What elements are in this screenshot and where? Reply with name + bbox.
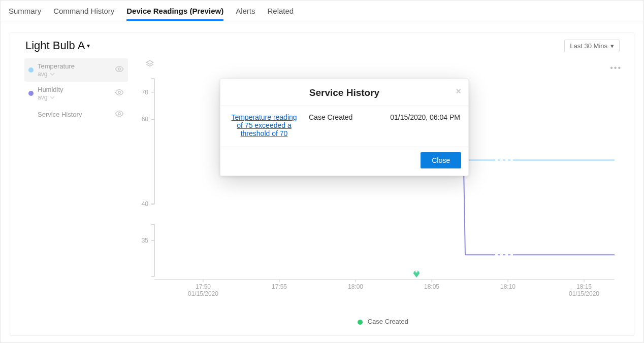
visibility-icon[interactable] [115,109,124,120]
svg-text:70: 70 [142,89,149,96]
layers-icon[interactable] [145,59,154,70]
series-color-dot [28,67,34,73]
time-range-select[interactable]: Last 30 Mins ▾ [564,40,620,52]
event-dot-icon [358,320,363,325]
svg-point-2 [118,113,121,115]
event-legend: Case Created [132,318,634,325]
series-color-dot [28,91,34,96]
more-icon[interactable]: ••• [610,63,622,73]
svg-text:40: 40 [142,200,149,208]
x-axis: 17:5001/15/202017:5518:0018:0518:1018:15… [154,280,615,297]
event-legend-label: Case Created [368,318,408,325]
series-sidebar: TemperatureavgHumidityavgService History [10,55,132,329]
tab-device-readings-preview-[interactable]: Device Readings (Preview) [126,4,223,21]
svg-text:18:10: 18:10 [500,283,516,290]
y-axis: 70604035 [142,79,154,277]
tab-alerts[interactable]: Alerts [236,4,255,21]
svg-text:17:50: 17:50 [196,283,211,290]
series-item-temperature[interactable]: Temperatureavg [24,58,128,82]
svg-point-1 [118,91,121,94]
caret-down-icon: ▾ [87,42,90,49]
svg-text:18:05: 18:05 [424,283,439,290]
tab-command-history[interactable]: Command History [53,4,114,21]
event-marker[interactable] [413,270,420,278]
svg-text:35: 35 [142,237,149,244]
svg-point-33 [415,270,417,272]
svg-point-0 [118,68,121,71]
event-time: 01/15/2020, 06:04 PM [390,113,460,138]
readings-card: Light Bulb A ▾ Last 30 Mins ▾ Temperatur… [10,32,634,336]
event-link[interactable]: Temperature reading of 75 exceeded a thr… [229,113,300,138]
service-history-dialog: Service History × Temperature reading of… [220,79,469,176]
series-item-service-history[interactable]: Service History [24,105,128,124]
tabs-bar: SummaryCommand HistoryDevice Readings (P… [1,1,643,21]
svg-text:01/15/2020: 01/15/2020 [188,290,218,297]
svg-text:60: 60 [142,116,149,123]
svg-text:18:00: 18:00 [348,283,363,290]
series-item-humidity[interactable]: Humidityavg [24,82,128,105]
close-button[interactable]: Close [421,152,461,168]
visibility-icon[interactable] [115,88,124,98]
device-title[interactable]: Light Bulb A ▾ [25,39,90,52]
tab-related[interactable]: Related [267,4,294,21]
caret-down-icon: ▾ [610,42,614,50]
svg-text:18:15: 18:15 [576,283,592,290]
svg-text:17:55: 17:55 [272,283,287,290]
time-range-label: Last 30 Mins [570,42,607,50]
device-title-text: Light Bulb A [25,39,85,52]
visibility-icon[interactable] [115,64,124,75]
svg-marker-3 [146,60,153,64]
event-status: Case Created [309,113,352,138]
svg-text:01/15/2020: 01/15/2020 [569,290,599,297]
close-icon[interactable]: × [456,86,461,97]
dialog-title: Service History [309,87,379,98]
tab-summary[interactable]: Summary [9,4,41,21]
